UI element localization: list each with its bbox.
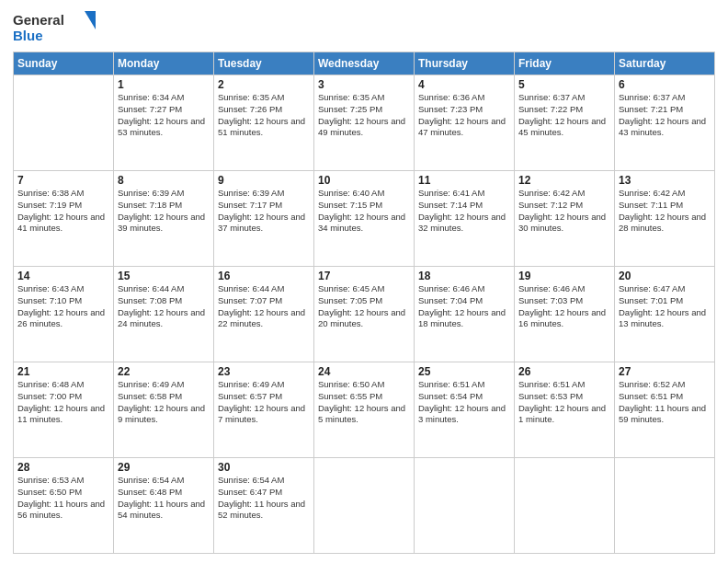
day-number: 14 — [17, 270, 109, 282]
day-info: Sunrise: 6:48 AMSunset: 7:00 PMDaylight:… — [17, 379, 109, 426]
day-number: 28 — [17, 461, 109, 474]
calendar-cell: 21Sunrise: 6:48 AMSunset: 7:00 PMDayligh… — [14, 362, 114, 458]
weekday-wednesday: Wednesday — [314, 52, 415, 75]
logo-icon: General Blue — [13, 9, 96, 46]
day-number: 4 — [418, 78, 510, 91]
day-info: Sunrise: 6:37 AMSunset: 7:22 PMDaylight:… — [518, 92, 610, 139]
weekday-header-row: SundayMondayTuesdayWednesdayThursdayFrid… — [14, 52, 715, 75]
calendar-cell: 20Sunrise: 6:47 AMSunset: 7:01 PMDayligh… — [615, 267, 715, 362]
day-info: Sunrise: 6:36 AMSunset: 7:23 PMDaylight:… — [418, 92, 510, 139]
day-number: 26 — [518, 365, 610, 378]
calendar-cell: 1Sunrise: 6:34 AMSunset: 7:27 PMDaylight… — [114, 75, 214, 171]
day-info: Sunrise: 6:40 AMSunset: 7:15 PMDaylight:… — [318, 188, 410, 235]
day-number: 21 — [17, 365, 109, 378]
calendar-cell: 28Sunrise: 6:53 AMSunset: 6:50 PMDayligh… — [14, 458, 114, 554]
calendar-cell: 14Sunrise: 6:43 AMSunset: 7:10 PMDayligh… — [14, 267, 114, 362]
week-row-5: 28Sunrise: 6:53 AMSunset: 6:50 PMDayligh… — [14, 458, 715, 554]
calendar-cell: 7Sunrise: 6:38 AMSunset: 7:19 PMDaylight… — [14, 171, 114, 267]
day-info: Sunrise: 6:49 AMSunset: 6:58 PMDaylight:… — [118, 379, 210, 426]
day-info: Sunrise: 6:38 AMSunset: 7:19 PMDaylight:… — [17, 188, 109, 235]
calendar-cell: 16Sunrise: 6:44 AMSunset: 7:07 PMDayligh… — [214, 267, 314, 362]
day-number: 18 — [418, 270, 510, 282]
weekday-monday: Monday — [114, 52, 214, 75]
logo: General Blue — [13, 9, 96, 46]
day-info: Sunrise: 6:35 AMSunset: 7:26 PMDaylight:… — [218, 92, 310, 139]
calendar-cell — [615, 458, 715, 554]
svg-text:Blue: Blue — [13, 28, 43, 43]
day-info: Sunrise: 6:51 AMSunset: 6:54 PMDaylight:… — [418, 379, 510, 426]
calendar-cell: 8Sunrise: 6:39 AMSunset: 7:18 PMDaylight… — [114, 171, 214, 267]
calendar-cell: 13Sunrise: 6:42 AMSunset: 7:11 PMDayligh… — [615, 171, 715, 267]
calendar-cell: 12Sunrise: 6:42 AMSunset: 7:12 PMDayligh… — [515, 171, 615, 267]
day-info: Sunrise: 6:44 AMSunset: 7:07 PMDaylight:… — [218, 283, 310, 330]
svg-text:General: General — [13, 12, 64, 28]
calendar-cell: 19Sunrise: 6:46 AMSunset: 7:03 PMDayligh… — [515, 267, 615, 362]
day-info: Sunrise: 6:41 AMSunset: 7:14 PMDaylight:… — [418, 188, 510, 235]
day-info: Sunrise: 6:53 AMSunset: 6:50 PMDaylight:… — [17, 475, 109, 522]
day-number: 17 — [318, 270, 410, 282]
calendar-cell: 27Sunrise: 6:52 AMSunset: 6:51 PMDayligh… — [615, 362, 715, 458]
day-info: Sunrise: 6:35 AMSunset: 7:25 PMDaylight:… — [318, 92, 410, 139]
calendar-cell — [415, 458, 515, 554]
day-info: Sunrise: 6:45 AMSunset: 7:05 PMDaylight:… — [318, 283, 410, 330]
day-info: Sunrise: 6:47 AMSunset: 7:01 PMDaylight:… — [619, 283, 711, 330]
calendar-cell: 9Sunrise: 6:39 AMSunset: 7:17 PMDaylight… — [214, 171, 314, 267]
day-info: Sunrise: 6:39 AMSunset: 7:18 PMDaylight:… — [118, 188, 210, 235]
week-row-4: 21Sunrise: 6:48 AMSunset: 7:00 PMDayligh… — [14, 362, 715, 458]
calendar-cell: 15Sunrise: 6:44 AMSunset: 7:08 PMDayligh… — [114, 267, 214, 362]
day-info: Sunrise: 6:39 AMSunset: 7:17 PMDaylight:… — [218, 188, 310, 235]
calendar-cell: 25Sunrise: 6:51 AMSunset: 6:54 PMDayligh… — [415, 362, 515, 458]
calendar-cell: 5Sunrise: 6:37 AMSunset: 7:22 PMDaylight… — [515, 75, 615, 171]
day-number: 1 — [118, 78, 210, 91]
day-number: 8 — [118, 174, 210, 187]
calendar-cell: 4Sunrise: 6:36 AMSunset: 7:23 PMDaylight… — [415, 75, 515, 171]
calendar-cell: 10Sunrise: 6:40 AMSunset: 7:15 PMDayligh… — [314, 171, 415, 267]
weekday-sunday: Sunday — [14, 52, 114, 75]
day-info: Sunrise: 6:44 AMSunset: 7:08 PMDaylight:… — [118, 283, 210, 330]
page: General Blue SundayMondayTuesdayWednesda… — [0, 0, 728, 563]
day-number: 30 — [218, 461, 310, 474]
day-info: Sunrise: 6:54 AMSunset: 6:47 PMDaylight:… — [218, 475, 310, 522]
day-info: Sunrise: 6:49 AMSunset: 6:57 PMDaylight:… — [218, 379, 310, 426]
calendar-cell: 6Sunrise: 6:37 AMSunset: 7:21 PMDaylight… — [615, 75, 715, 171]
day-number: 5 — [518, 78, 610, 91]
day-number: 3 — [318, 78, 410, 91]
calendar-cell: 3Sunrise: 6:35 AMSunset: 7:25 PMDaylight… — [314, 75, 415, 171]
calendar-cell — [14, 75, 114, 171]
day-number: 25 — [418, 365, 510, 378]
day-number: 10 — [318, 174, 410, 187]
header: General Blue — [13, 9, 715, 46]
day-number: 20 — [619, 270, 711, 282]
calendar-cell: 17Sunrise: 6:45 AMSunset: 7:05 PMDayligh… — [314, 267, 415, 362]
day-number: 9 — [218, 174, 310, 187]
day-info: Sunrise: 6:51 AMSunset: 6:53 PMDaylight:… — [518, 379, 610, 426]
calendar-cell: 30Sunrise: 6:54 AMSunset: 6:47 PMDayligh… — [214, 458, 314, 554]
day-number: 2 — [218, 78, 310, 91]
day-number: 13 — [619, 174, 711, 187]
calendar-cell — [515, 458, 615, 554]
day-number: 24 — [318, 365, 410, 378]
svg-marker-2 — [85, 11, 96, 29]
calendar-cell — [314, 458, 415, 554]
day-info: Sunrise: 6:42 AMSunset: 7:12 PMDaylight:… — [518, 188, 610, 235]
day-info: Sunrise: 6:42 AMSunset: 7:11 PMDaylight:… — [619, 188, 711, 235]
day-number: 15 — [118, 270, 210, 282]
calendar-cell: 24Sunrise: 6:50 AMSunset: 6:55 PMDayligh… — [314, 362, 415, 458]
day-info: Sunrise: 6:37 AMSunset: 7:21 PMDaylight:… — [619, 92, 711, 139]
calendar-cell: 18Sunrise: 6:46 AMSunset: 7:04 PMDayligh… — [415, 267, 515, 362]
day-number: 22 — [118, 365, 210, 378]
day-number: 12 — [518, 174, 610, 187]
week-row-1: 1Sunrise: 6:34 AMSunset: 7:27 PMDaylight… — [14, 75, 715, 171]
calendar-cell: 11Sunrise: 6:41 AMSunset: 7:14 PMDayligh… — [415, 171, 515, 267]
day-info: Sunrise: 6:43 AMSunset: 7:10 PMDaylight:… — [17, 283, 109, 330]
day-number: 29 — [118, 461, 210, 474]
calendar-cell: 23Sunrise: 6:49 AMSunset: 6:57 PMDayligh… — [214, 362, 314, 458]
week-row-2: 7Sunrise: 6:38 AMSunset: 7:19 PMDaylight… — [14, 171, 715, 267]
day-number: 7 — [17, 174, 109, 187]
day-info: Sunrise: 6:54 AMSunset: 6:48 PMDaylight:… — [118, 475, 210, 522]
day-number: 27 — [619, 365, 711, 378]
weekday-friday: Friday — [515, 52, 615, 75]
weekday-thursday: Thursday — [415, 52, 515, 75]
day-number: 23 — [218, 365, 310, 378]
week-row-3: 14Sunrise: 6:43 AMSunset: 7:10 PMDayligh… — [14, 267, 715, 362]
